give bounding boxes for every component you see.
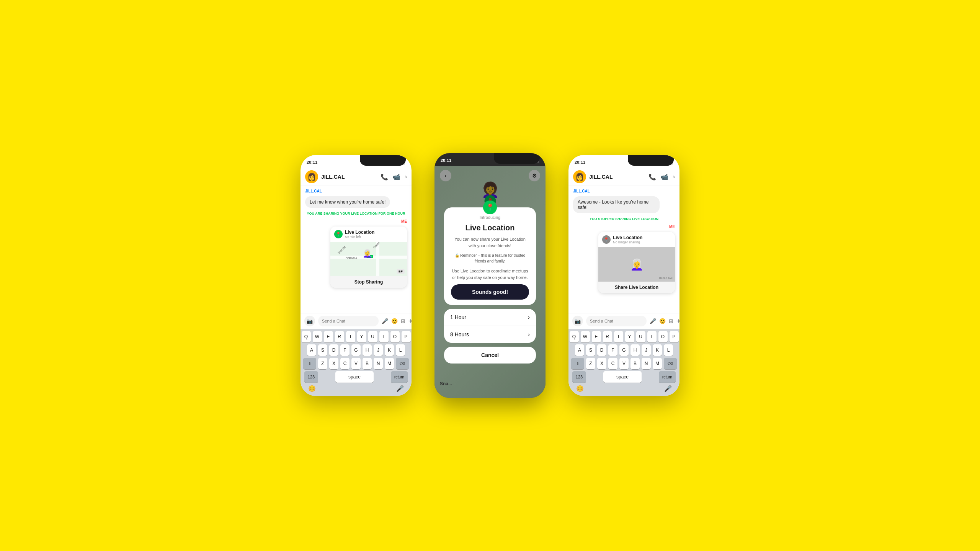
key-m-3[interactable]: M [653,358,662,369]
key-s-1[interactable]: S [318,344,327,356]
key-n-3[interactable]: N [642,358,651,369]
key-x-1[interactable]: X [329,358,338,369]
live-location-card-1[interactable]: 📍 Live Location 59 min left Shell Rd Ave… [330,227,407,288]
key-f-1[interactable]: F [340,344,350,356]
key-d-3[interactable]: D [597,344,606,356]
key-e-1[interactable]: E [324,331,333,342]
more-icon-3[interactable]: › [673,173,675,180]
delete-key-1[interactable]: ⌫ [396,358,409,369]
key-o-1[interactable]: O [390,331,400,342]
key-t-3[interactable]: T [614,331,623,342]
video-icon-3[interactable]: 📹 [661,173,668,181]
key-y-3[interactable]: Y [625,331,634,342]
key-p-3[interactable]: P [670,331,679,342]
key-r-1[interactable]: R [335,331,344,342]
key-y-1[interactable]: Y [357,331,366,342]
return-key-1[interactable]: return [391,371,408,383]
system-message-3: YOU STOPPED SHARING LIVE LOCATION [573,217,675,221]
phone-notch-3 [628,155,674,166]
key-w-3[interactable]: W [581,331,590,342]
mic-icon-3[interactable]: 🎤 [650,318,656,324]
key-a-1[interactable]: A [307,344,316,356]
emoji-keyboard-icon-3[interactable]: 😊 [576,385,584,392]
stop-sharing-btn-1[interactable]: Stop Sharing [330,276,407,288]
key-123-3[interactable]: 123 [572,371,586,383]
key-h-1[interactable]: H [363,344,372,356]
phone-3: 20:11 ▐▌▌ ▲ ▮▯ 👩 JILL.CAL 📞 📹 › JILL.CAL… [568,155,679,396]
chat-input-area-3: 📷 🎤 😊 ⊞ ✈ [568,313,679,329]
chat-input-3[interactable] [586,316,647,326]
attach-icon-1[interactable]: ⊞ [401,318,405,324]
key-u-1[interactable]: U [368,331,377,342]
mic-keyboard-icon-3[interactable]: 🎤 [664,385,672,392]
key-u-3[interactable]: U [636,331,645,342]
key-b-3[interactable]: B [630,358,640,369]
key-s-3[interactable]: S [586,344,595,356]
status-time-2: 20:11 [441,158,451,163]
shift-key-3[interactable]: ⇧ [571,358,584,369]
header-icons-1: 📞 📹 › [381,173,407,181]
emoji-keyboard-icon-1[interactable]: 😊 [308,385,316,392]
emoji-icon-1[interactable]: 😊 [391,318,398,324]
key-x-3[interactable]: X [597,358,606,369]
key-l-3[interactable]: L [664,344,673,356]
key-g-3[interactable]: G [619,344,629,356]
key-r-3[interactable]: R [603,331,612,342]
shift-key-1[interactable]: ⇧ [303,358,316,369]
key-c-1[interactable]: C [340,358,350,369]
share-location-btn-3[interactable]: Share Live Location [598,282,675,293]
snap-icon-3[interactable]: ✈ [676,318,679,324]
key-123-1[interactable]: 123 [304,371,318,383]
live-location-card-3[interactable]: 📍 Live Location No longer sharing 👩‍🦳 Oc… [598,232,675,293]
cancel-btn-2[interactable]: Cancel [444,347,536,364]
camera-btn-3[interactable]: 📷 [572,316,583,326]
duration-item-8hours[interactable]: 8 Hours › [444,326,536,343]
delete-key-3[interactable]: ⌫ [664,358,677,369]
key-m-1[interactable]: M [385,358,394,369]
phone-icon-1[interactable]: 📞 [381,173,388,181]
key-i-1[interactable]: I [379,331,389,342]
key-g-1[interactable]: G [351,344,361,356]
key-e-3[interactable]: E [592,331,601,342]
chat-input-1[interactable] [318,316,379,326]
mic-icon-1[interactable]: 🎤 [382,318,388,324]
key-a-3[interactable]: A [575,344,584,356]
key-f-3[interactable]: F [608,344,617,356]
key-l-1[interactable]: L [396,344,405,356]
key-n-1[interactable]: N [374,358,383,369]
key-q-1[interactable]: Q [302,331,311,342]
space-key-1[interactable]: space [335,371,374,383]
more-icon-1[interactable]: › [405,173,407,180]
key-j-1[interactable]: J [374,344,383,356]
key-t-1[interactable]: T [346,331,355,342]
key-v-1[interactable]: V [351,358,361,369]
key-k-3[interactable]: K [653,344,662,356]
key-q-3[interactable]: Q [570,331,579,342]
video-icon-1[interactable]: 📹 [393,173,400,181]
attach-icon-3[interactable]: ⊞ [669,318,673,324]
sounds-good-btn[interactable]: Sounds good! [451,284,529,300]
key-c-3[interactable]: C [608,358,617,369]
key-w-1[interactable]: W [313,331,322,342]
key-j-3[interactable]: J [642,344,651,356]
key-i-3[interactable]: I [647,331,657,342]
emoji-icon-3[interactable]: 😊 [659,318,666,324]
key-b-1[interactable]: B [363,358,372,369]
return-key-3[interactable]: return [659,371,676,383]
phone-icon-3[interactable]: 📞 [648,173,656,181]
key-o-3[interactable]: O [658,331,668,342]
key-h-3[interactable]: H [630,344,640,356]
modal-location-pin: 📍 [483,201,497,214]
key-d-1[interactable]: D [329,344,338,356]
key-z-1[interactable]: Z [318,358,327,369]
mic-keyboard-icon-1[interactable]: 🎤 [396,385,404,392]
key-z-3[interactable]: Z [586,358,595,369]
camera-btn-1[interactable]: 📷 [304,316,315,326]
key-k-1[interactable]: K [385,344,394,356]
space-key-3[interactable]: space [603,371,642,383]
snap-icon-1[interactable]: ✈ [408,318,412,324]
key-v-3[interactable]: V [619,358,629,369]
key-p-1[interactable]: P [402,331,411,342]
keyboard-3: Q W E R T Y U I O P A S D F G H J K L ⇧ … [568,329,679,396]
duration-item-1hour[interactable]: 1 Hour › [444,309,536,326]
